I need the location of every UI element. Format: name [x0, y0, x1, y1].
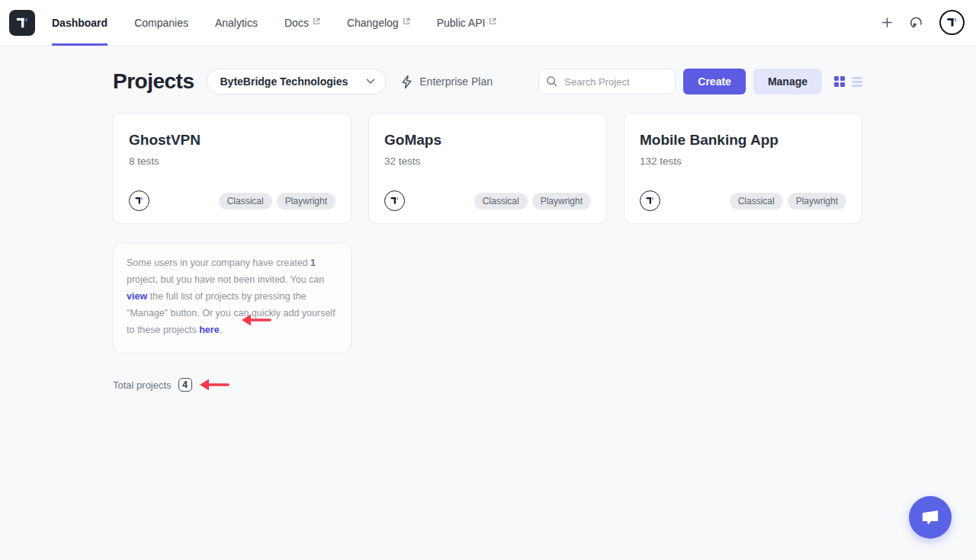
manage-button[interactable]: Manage [753, 69, 822, 94]
notice-text: Some users in your company have created [127, 258, 310, 268]
chat-bubble-icon [920, 508, 940, 526]
total-projects-row: Total projects 4 [113, 378, 863, 392]
project-badges: Classical Playwright [730, 193, 846, 210]
header-actions: Create Manage [538, 69, 863, 94]
plus-icon [881, 17, 893, 28]
avatar [939, 10, 965, 35]
badge-playwright: Playwright [788, 193, 846, 210]
view-link[interactable]: view [127, 291, 147, 302]
total-projects-count: 4 [178, 378, 192, 392]
card-footer: Classical Playwright [640, 190, 846, 211]
notice-text: . [220, 325, 222, 335]
search-box [538, 69, 676, 94]
app-logo[interactable] [9, 10, 35, 36]
add-button[interactable] [881, 17, 893, 28]
grid-view-icon[interactable] [833, 75, 846, 88]
annotation-arrow-notice [239, 313, 271, 327]
project-name: GoMaps [384, 132, 591, 149]
support-headset-icon [909, 15, 923, 30]
external-link-icon [489, 18, 496, 25]
logo-t-icon [13, 14, 31, 32]
project-name: Mobile Banking App [640, 132, 846, 149]
lightning-bolt-icon [400, 75, 413, 89]
avatar-t-icon [945, 15, 959, 30]
search-input[interactable] [538, 69, 676, 94]
notice-text: the full list of projects by pressing th… [127, 291, 336, 335]
badge-classical: Classical [730, 193, 783, 210]
total-projects-label: Total projects [113, 379, 172, 391]
project-card-ghostvpn[interactable]: GhostVPN 8 tests Classical Playwright [113, 113, 352, 224]
badge-classical: Classical [474, 193, 528, 210]
project-test-count: 132 tests [640, 155, 846, 167]
project-card-mobile-banking-app[interactable]: Mobile Banking App 132 tests Classical P… [624, 113, 862, 224]
tab-label: Analytics [215, 17, 258, 29]
here-link[interactable]: here [199, 325, 219, 335]
tab-label: Dashboard [52, 17, 108, 29]
project-logo [129, 190, 149, 211]
project-card-gomaps[interactable]: GoMaps 32 tests Classical Playwright [368, 113, 607, 224]
list-view-icon[interactable] [851, 75, 863, 88]
chat-widget-button[interactable] [909, 496, 952, 539]
badge-classical: Classical [219, 193, 272, 210]
project-badges: Classical Playwright [474, 193, 591, 210]
plan-label: Enterprise Plan [419, 75, 493, 88]
tab-analytics[interactable]: Analytics [215, 0, 258, 46]
project-test-count: 8 tests [129, 155, 336, 167]
main-content: Projects ByteBridge Technologies Enterpr… [0, 46, 976, 392]
project-logo [384, 190, 405, 211]
tab-docs[interactable]: Docs [284, 0, 320, 46]
project-name: GhostVPN [129, 132, 336, 149]
page-title: Projects [113, 69, 194, 94]
nav-tabs: Dashboard Companies Analytics Docs Chang… [52, 0, 496, 46]
view-toggles [833, 75, 863, 88]
create-button[interactable]: Create [683, 69, 746, 94]
project-logo [640, 190, 660, 211]
company-selector[interactable]: ByteBridge Technologies [207, 69, 387, 94]
external-link-icon [403, 18, 410, 25]
nav-right-actions [881, 10, 965, 35]
badge-playwright: Playwright [277, 193, 336, 210]
tab-label: Public API [437, 17, 486, 29]
project-test-count: 32 tests [384, 155, 591, 167]
card-footer: Classical Playwright [384, 190, 591, 211]
tab-changelog[interactable]: Changelog [347, 0, 410, 46]
projects-grid: GhostVPN 8 tests Classical Playwright Go… [113, 113, 863, 224]
tab-label: Changelog [347, 17, 399, 29]
chevron-down-icon [366, 78, 375, 85]
tab-label: Companies [134, 17, 188, 29]
company-selector-value: ByteBridge Technologies [220, 75, 348, 88]
support-button[interactable] [909, 15, 923, 30]
tab-public-api[interactable]: Public API [437, 0, 497, 46]
badge-playwright: Playwright [532, 193, 591, 210]
page-header: Projects ByteBridge Technologies Enterpr… [113, 69, 863, 94]
notice-project-count: 1 [310, 258, 316, 268]
project-badges: Classical Playwright [219, 193, 336, 210]
card-footer: Classical Playwright [129, 190, 336, 211]
search-icon [546, 75, 557, 87]
plan-indicator: Enterprise Plan [400, 75, 493, 89]
external-link-icon [313, 18, 320, 25]
notice-text: project, but you have not been invited. … [127, 274, 324, 285]
user-menu-button[interactable] [939, 10, 965, 35]
tab-label: Docs [284, 17, 309, 29]
tab-dashboard[interactable]: Dashboard [52, 0, 108, 46]
invitation-notice: Some users in your company have created … [113, 242, 352, 354]
tab-companies[interactable]: Companies [134, 0, 188, 46]
top-navigation: Dashboard Companies Analytics Docs Chang… [0, 0, 976, 46]
annotation-arrow-total [197, 378, 230, 392]
